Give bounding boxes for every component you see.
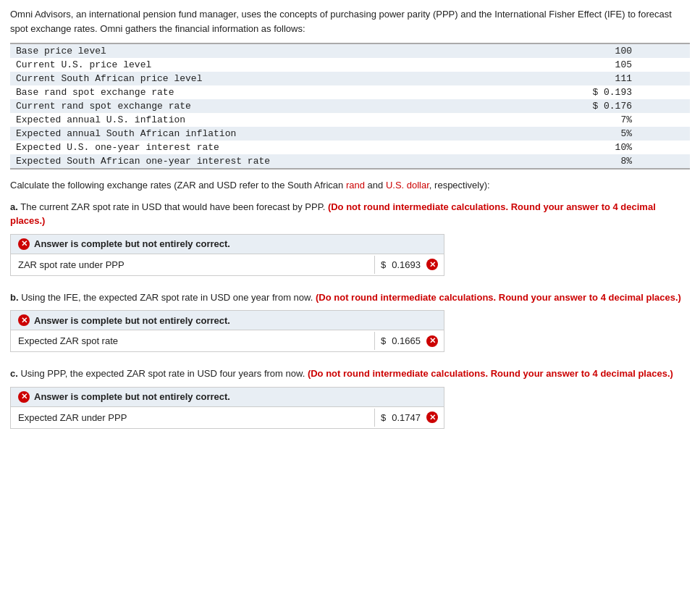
part-b-answer-block: ✕ Answer is complete but not entirely co… xyxy=(10,310,444,352)
answer-input-group-b[interactable]: $ 0.1665 ✕ xyxy=(375,330,444,351)
table-row: Current rand spot exchange rate$ 0.176 xyxy=(10,99,690,113)
part-b-answer-row: Expected ZAR spot rate $ 0.1665 ✕ xyxy=(11,330,444,351)
part-b-label: b. xyxy=(10,292,19,303)
answer-value-c[interactable]: 0.1747 xyxy=(389,411,423,425)
row-value: 8% xyxy=(499,154,690,169)
row-value: 100 xyxy=(499,43,690,58)
currency-symbol-c: $ xyxy=(381,412,386,423)
row-value: $ 0.176 xyxy=(499,99,690,113)
part-a-answer-header: ✕ Answer is complete but not entirely co… xyxy=(11,235,444,254)
wrong-inline-icon-b: ✕ xyxy=(426,335,438,347)
row-value: 10% xyxy=(499,141,690,154)
row-label: Expected U.S. one-year interest rate xyxy=(10,141,499,154)
row-value: 5% xyxy=(499,127,690,141)
part-b-instruction: (Do not round intermediate calculations.… xyxy=(316,292,681,303)
row-label: Expected annual South African inflation xyxy=(10,127,499,141)
row-label: Base price level xyxy=(10,43,499,58)
currency-symbol-b: $ xyxy=(381,335,386,346)
answer-header-text-a: Answer is complete but not entirely corr… xyxy=(34,238,230,249)
row-label: Current rand spot exchange rate xyxy=(10,99,499,113)
answer-header-text-b: Answer is complete but not entirely corr… xyxy=(34,315,230,326)
wrong-inline-icon-a: ✕ xyxy=(426,259,438,270)
answer-value-a[interactable]: 0.1693 xyxy=(389,258,423,272)
answer-input-group-c[interactable]: $ 0.1747 ✕ xyxy=(375,407,444,428)
row-value: 7% xyxy=(499,113,690,127)
part-b-question: b. Using the IFE, the expected ZAR spot … xyxy=(10,290,690,305)
row-label: Expected South African one-year interest… xyxy=(10,154,499,169)
part-a-question: a. The current ZAR spot rate in USD that… xyxy=(10,200,690,228)
table-row: Base price level100 xyxy=(10,43,690,58)
row-label: Expected annual U.S. inflation xyxy=(10,113,499,127)
row-label: Current South African price level xyxy=(10,72,499,85)
wrong-icon-a: ✕ xyxy=(18,238,30,250)
table-row: Current U.S. price level105 xyxy=(10,58,690,72)
part-b-section: b. Using the IFE, the expected ZAR spot … xyxy=(10,290,690,353)
row-value: 105 xyxy=(499,58,690,72)
currency-symbol-a: $ xyxy=(381,259,386,270)
table-row: Current South African price level111 xyxy=(10,72,690,85)
part-c-question: c. Using PPP, the expected ZAR spot rate… xyxy=(10,367,690,381)
row-label: Base rand spot exchange rate xyxy=(10,85,499,99)
part-a-answer-block: ✕ Answer is complete but not entirely co… xyxy=(10,234,444,276)
part-c-answer-row: Expected ZAR under PPP $ 0.1747 ✕ xyxy=(11,407,444,428)
part-a-answer-row: ZAR spot rate under PPP $ 0.1693 ✕ xyxy=(11,254,444,275)
answer-input-group-a[interactable]: $ 0.1693 ✕ xyxy=(375,254,444,275)
answer-label-b: Expected ZAR spot rate xyxy=(11,332,375,350)
answer-value-b[interactable]: 0.1665 xyxy=(389,334,423,348)
answer-label-a: ZAR spot rate under PPP xyxy=(11,256,375,274)
wrong-icon-c: ✕ xyxy=(18,391,30,403)
row-value: 111 xyxy=(499,72,690,85)
table-row: Expected annual South African inflation5… xyxy=(10,127,690,141)
part-c-instruction: (Do not round intermediate calculations.… xyxy=(308,368,673,379)
table-row: Expected annual U.S. inflation7% xyxy=(10,113,690,127)
part-c-section: c. Using PPP, the expected ZAR spot rate… xyxy=(10,367,690,429)
wrong-icon-b: ✕ xyxy=(18,314,30,326)
part-c-label: c. xyxy=(10,368,18,379)
part-c-answer-header: ✕ Answer is complete but not entirely co… xyxy=(11,388,444,407)
table-row: Expected U.S. one-year interest rate10% xyxy=(10,141,690,154)
part-a-section: a. The current ZAR spot rate in USD that… xyxy=(10,200,690,276)
financial-data-table: Base price level100Current U.S. price le… xyxy=(10,43,690,170)
intro-paragraph: Omni Advisors, an international pension … xyxy=(10,7,690,35)
part-b-answer-header: ✕ Answer is complete but not entirely co… xyxy=(11,311,444,330)
row-label: Current U.S. price level xyxy=(10,58,499,72)
part-a-label: a. xyxy=(10,201,18,212)
table-row: Base rand spot exchange rate$ 0.193 xyxy=(10,85,690,99)
table-row: Expected South African one-year interest… xyxy=(10,154,690,169)
answer-header-text-c: Answer is complete but not entirely corr… xyxy=(34,391,230,402)
part-a-instruction: (Do not round intermediate calculations.… xyxy=(10,201,656,227)
row-value: $ 0.193 xyxy=(499,85,690,99)
part-c-answer-block: ✕ Answer is complete but not entirely co… xyxy=(10,387,444,429)
section-description: Calculate the following exchange rates (… xyxy=(10,178,690,193)
wrong-inline-icon-c: ✕ xyxy=(426,411,438,423)
answer-label-c: Expected ZAR under PPP xyxy=(11,409,375,427)
